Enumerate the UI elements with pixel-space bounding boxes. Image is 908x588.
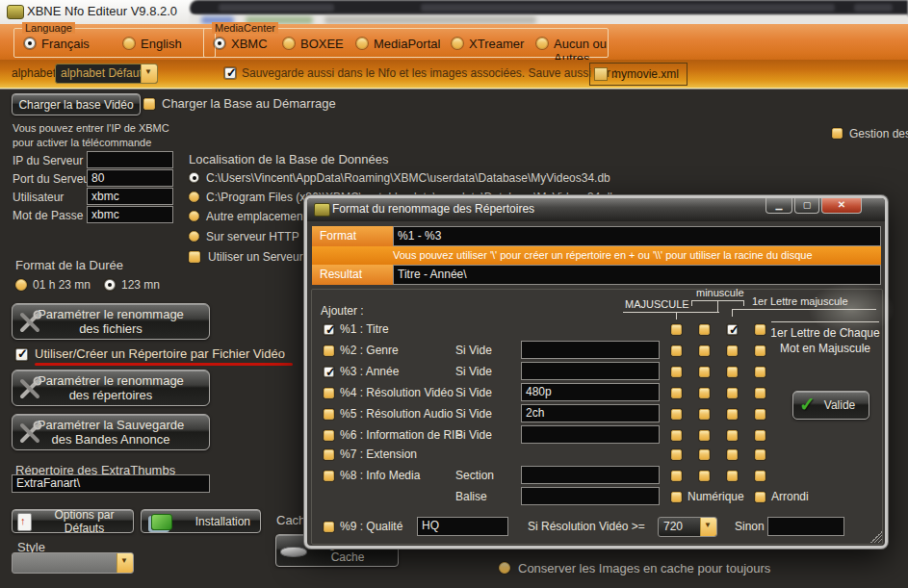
case-majuscule-checkbox[interactable]	[671, 409, 682, 420]
resultat-field[interactable]: Titre - Année\	[393, 265, 881, 285]
case-first-letter-checkbox[interactable]	[727, 324, 738, 335]
rename-dirs-button[interactable]: Paramétrer le renommage des répertoires	[12, 370, 210, 406]
radio-francais[interactable]	[24, 38, 36, 49]
case-minuscule-checkbox[interactable]	[699, 430, 710, 441]
save-file-box[interactable]: mymovie.xml	[589, 63, 687, 86]
case-majuscule-checkbox[interactable]	[671, 388, 682, 398]
alphabet-dropdown[interactable]: alphabet Défaut	[55, 64, 158, 84]
case-each-word-checkbox[interactable]	[755, 430, 765, 441]
case-each-word-checkbox[interactable]	[755, 324, 765, 335]
case-first-letter-checkbox[interactable]	[727, 449, 738, 460]
load-db-button[interactable]: Charger la base Vidéo	[12, 93, 141, 115]
case-each-word-checkbox[interactable]	[755, 367, 765, 377]
row-field[interactable]	[521, 362, 660, 380]
row-field[interactable]	[521, 341, 660, 359]
case-minuscule-checkbox[interactable]	[699, 367, 710, 377]
case-first-letter-checkbox[interactable]	[727, 409, 738, 420]
chevron-down-icon[interactable]	[700, 518, 716, 536]
row-enable-checkbox[interactable]	[324, 522, 334, 532]
load-on-start-checkbox[interactable]	[143, 98, 155, 110]
resize-grip[interactable]	[870, 531, 882, 543]
radio-xbmc[interactable]	[214, 38, 225, 49]
case-each-word-checkbox[interactable]	[755, 449, 765, 460]
case-majuscule-checkbox[interactable]	[671, 449, 682, 460]
sinon-field[interactable]	[767, 517, 844, 536]
case-majuscule-checkbox[interactable]	[671, 345, 682, 356]
balise-field[interactable]	[521, 487, 660, 505]
case-each-word-checkbox[interactable]	[755, 409, 765, 420]
password-field[interactable]: xbmc	[87, 206, 173, 223]
db-option-3-radio[interactable]	[189, 211, 199, 221]
row-field[interactable]	[521, 466, 660, 484]
trailers-button[interactable]: Paramétrer la Sauvegarde des Bandes Anno…	[12, 414, 210, 450]
case-majuscule-checkbox[interactable]	[671, 367, 682, 377]
row-field[interactable]: 2ch	[521, 404, 660, 422]
case-majuscule-checkbox[interactable]	[671, 471, 682, 481]
case-minuscule-checkbox[interactable]	[699, 449, 710, 460]
db-option-2-radio[interactable]	[189, 192, 199, 202]
maximize-button[interactable]: ▢	[794, 198, 819, 214]
port-field[interactable]: 80	[87, 169, 173, 187]
minimize-button[interactable]: ▁	[765, 198, 792, 214]
ip-field[interactable]	[87, 151, 173, 168]
rename-files-button[interactable]: Paramétrer le renommage des fichiers	[12, 303, 210, 340]
close-button[interactable]: ✕	[821, 198, 862, 214]
row-enable-checkbox[interactable]	[324, 324, 334, 335]
row-field[interactable]	[521, 425, 660, 444]
db-option-1-radio[interactable]	[189, 172, 199, 183]
case-first-letter-checkbox[interactable]	[727, 471, 738, 481]
valide-button[interactable]: ✓ Valide	[792, 391, 869, 420]
radio-mediaportal[interactable]	[356, 38, 368, 49]
case-first-letter-checkbox[interactable]	[727, 388, 738, 398]
use-dir-checkbox[interactable]	[15, 348, 28, 361]
alphabet-label: alphabet	[12, 66, 56, 80]
case-first-letter-checkbox[interactable]	[727, 345, 738, 356]
row-enable-checkbox[interactable]	[324, 367, 334, 377]
radio-aucun[interactable]	[536, 38, 548, 49]
radio-xtreamer[interactable]	[452, 38, 463, 49]
case-minuscule-checkbox[interactable]	[699, 471, 710, 481]
mysql-checkbox[interactable]	[189, 251, 200, 263]
row-enable-checkbox[interactable]	[324, 409, 334, 420]
gestion-checkbox[interactable]	[832, 128, 843, 139]
case-minuscule-checkbox[interactable]	[699, 388, 710, 398]
row-enable-checkbox[interactable]	[324, 449, 334, 460]
chevron-down-icon[interactable]	[141, 64, 157, 83]
qualite-field[interactable]: HQ	[417, 517, 508, 536]
qualite-threshold-dropdown[interactable]: 720	[658, 517, 717, 537]
duration-long-radio[interactable]	[15, 279, 27, 291]
case-first-letter-checkbox[interactable]	[727, 430, 738, 441]
row-enable-checkbox[interactable]	[324, 345, 334, 356]
radio-english[interactable]	[123, 38, 135, 49]
save-nfo-checkbox[interactable]	[224, 67, 236, 79]
chevron-down-icon[interactable]	[117, 553, 133, 573]
style-dropdown[interactable]	[12, 552, 134, 574]
header: Language Français English MediaCenter XB…	[0, 24, 908, 60]
case-first-letter-checkbox[interactable]	[727, 367, 738, 377]
row-enable-checkbox[interactable]	[324, 430, 334, 441]
case-each-word-checkbox[interactable]	[755, 471, 765, 481]
row-enable-checkbox[interactable]	[324, 471, 334, 481]
arrondi-checkbox[interactable]	[755, 492, 765, 502]
case-minuscule-checkbox[interactable]	[699, 324, 710, 335]
dialog-titlebar[interactable]: Format du renommage des Répertoires ▁ ▢ …	[307, 198, 885, 221]
arrondi-label: Arrondi	[771, 490, 809, 503]
format-field[interactable]: %1 - %3	[393, 226, 881, 246]
row-enable-checkbox[interactable]	[324, 388, 334, 398]
case-majuscule-checkbox[interactable]	[671, 324, 682, 335]
db-option-4-radio[interactable]	[189, 231, 199, 242]
case-each-word-checkbox[interactable]	[755, 345, 765, 356]
case-majuscule-checkbox[interactable]	[671, 430, 682, 441]
case-minuscule-checkbox[interactable]	[699, 409, 710, 420]
keep-images-radio[interactable]	[499, 562, 510, 574]
install-button[interactable]: Installation	[141, 509, 261, 533]
row-field[interactable]: 480p	[521, 383, 660, 401]
case-minuscule-checkbox[interactable]	[699, 345, 710, 356]
radio-boxee[interactable]	[283, 38, 295, 49]
numerique-checkbox[interactable]	[671, 492, 682, 502]
extrathumbs-field[interactable]: ExtraFanart\	[12, 474, 210, 493]
case-each-word-checkbox[interactable]	[755, 388, 765, 398]
duration-short-radio[interactable]	[104, 279, 116, 291]
defaults-button[interactable]: Options par Défauts	[12, 509, 134, 533]
user-field[interactable]: xbmc	[87, 188, 173, 205]
